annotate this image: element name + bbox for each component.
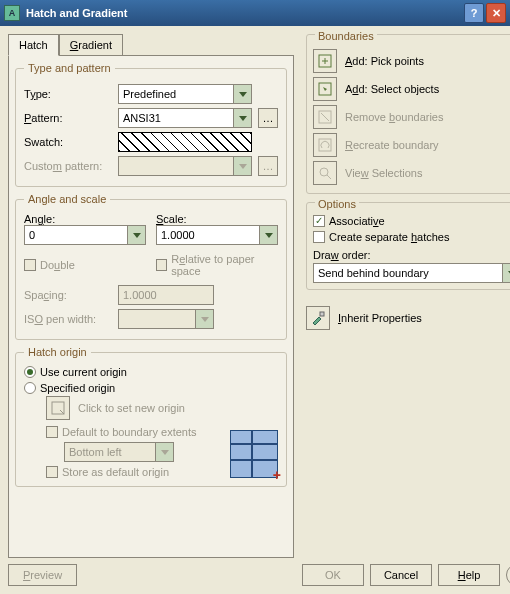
inherit-properties-button[interactable]: Inherit Properties [306, 304, 510, 332]
label-double: Double [40, 259, 75, 271]
checkbox-icon [313, 215, 325, 227]
remove-boundaries-icon [313, 105, 337, 129]
radio-icon [24, 366, 36, 378]
recreate-boundary-button: Recreate boundary [313, 131, 510, 159]
check-relative: Relative to paper space [156, 253, 278, 277]
group-angle-scale: Angle and scale Angle: 0 Scale: 1.0000 [15, 193, 287, 340]
pattern-browse-button[interactable]: … [258, 108, 278, 128]
cancel-button[interactable]: Cancel [370, 564, 432, 586]
legend-type-pattern: Type and pattern [24, 62, 115, 74]
combo-origin-corner-value: Bottom left [65, 446, 155, 458]
chevron-down-icon [502, 264, 510, 282]
label-use-current-origin: Use current origin [40, 366, 127, 378]
label-specified-origin: Specified origin [40, 382, 115, 394]
label-click-set-origin: Click to set new origin [78, 402, 185, 414]
check-associative[interactable]: Associative [313, 215, 510, 227]
svg-point-8 [320, 168, 328, 176]
label-type: Type: [24, 88, 112, 100]
app-icon: A [4, 5, 20, 21]
combo-draw-order[interactable]: Send behind boundary [313, 263, 510, 283]
legend-angle-scale: Angle and scale [24, 193, 110, 205]
combo-iso-pen [118, 309, 214, 329]
checkbox-icon [46, 426, 58, 438]
label-recreate-boundary: Recreate boundary [345, 139, 439, 151]
origin-preview-icon [230, 430, 278, 478]
svg-line-9 [327, 175, 331, 179]
combo-type[interactable]: Predefined [118, 84, 252, 104]
svg-rect-10 [320, 312, 324, 316]
chevron-down-icon [127, 226, 145, 244]
preview-button-label: Preview [23, 569, 62, 581]
label-custom-pattern: Custom pattern: [24, 160, 112, 172]
label-associative: Associative [329, 215, 385, 227]
label-default-extents: Default to boundary extents [62, 426, 197, 438]
heading-options: Options [315, 198, 359, 210]
ok-button-label: OK [325, 569, 341, 581]
close-window-button[interactable]: ✕ [486, 3, 506, 23]
chevron-down-icon [233, 85, 251, 103]
label-iso-pen: ISO pen width: [24, 313, 112, 325]
label-view-selections: View Selections [345, 167, 422, 179]
checkbox-icon [46, 466, 58, 478]
pick-origin-icon [46, 396, 70, 420]
chevron-down-icon [259, 226, 277, 244]
check-double: Double [24, 253, 146, 277]
expand-dialog-button[interactable] [506, 564, 510, 586]
checkbox-icon [156, 259, 167, 271]
combo-draw-order-value: Send behind boundary [314, 267, 502, 279]
check-separate-hatches[interactable]: Create separate hatches [313, 231, 510, 243]
add-pick-points-button[interactable]: Add: Pick points [313, 47, 510, 75]
label-scale: Scale: [156, 213, 278, 225]
help-button[interactable]: Help [438, 564, 500, 586]
help-window-button[interactable]: ? [464, 3, 484, 23]
add-select-objects-button[interactable]: Add: Select objects [313, 75, 510, 103]
check-default-extents: Default to boundary extents [46, 426, 220, 438]
label-remove-boundaries: Remove boundaries [345, 111, 443, 123]
label-select-objects: Add: Select objects [345, 83, 439, 95]
radio-specified-origin[interactable]: Specified origin [24, 382, 278, 394]
chevron-down-icon [195, 310, 213, 328]
remove-boundaries-button: Remove boundaries [313, 103, 510, 131]
view-selections-icon [313, 161, 337, 185]
label-relative: Relative to paper space [171, 253, 278, 277]
view-selections-button: View Selections [313, 159, 510, 187]
input-spacing: 1.0000 [118, 285, 214, 305]
check-store-default-origin: Store as default origin [46, 466, 220, 478]
combo-angle[interactable]: 0 [24, 225, 146, 245]
chevron-down-icon [233, 157, 251, 175]
chevron-down-icon [233, 109, 251, 127]
combo-scale-value: 1.0000 [157, 229, 259, 241]
inherit-properties-icon [306, 306, 330, 330]
legend-hatch-origin: Hatch origin [24, 346, 91, 358]
preview-button: Preview [8, 564, 77, 586]
help-button-label: Help [458, 569, 481, 581]
recreate-boundary-icon [313, 133, 337, 157]
ok-button: OK [302, 564, 364, 586]
tab-gradient[interactable]: Gradient [59, 34, 123, 56]
label-swatch: Swatch: [24, 136, 112, 148]
label-inherit-properties: Inherit Properties [338, 312, 422, 324]
label-angle: Angle: [24, 213, 146, 225]
label-store-default-origin: Store as default origin [62, 466, 169, 478]
radio-use-current-origin[interactable]: Use current origin [24, 366, 278, 378]
checkbox-icon [313, 231, 325, 243]
combo-pattern[interactable]: ANSI31 [118, 108, 252, 128]
swatch-preview[interactable] [118, 132, 252, 152]
group-options: Options Associative Create separate hatc… [306, 202, 510, 290]
combo-origin-corner: Bottom left [64, 442, 174, 462]
combo-scale[interactable]: 1.0000 [156, 225, 278, 245]
chevron-down-icon [155, 443, 173, 461]
label-spacing: Spacing: [24, 289, 112, 301]
heading-boundaries: Boundaries [315, 30, 377, 42]
label-pick-points: Add: Pick points [345, 55, 424, 67]
group-hatch-origin: Hatch origin Use current origin Specifie… [15, 346, 287, 487]
radio-icon [24, 382, 36, 394]
tab-hatch[interactable]: Hatch [8, 34, 59, 56]
combo-type-value: Predefined [119, 88, 233, 100]
svg-line-6 [321, 113, 329, 121]
title-bar: A Hatch and Gradient ? ✕ [0, 0, 510, 26]
label-pattern: Pattern: [24, 112, 112, 124]
checkbox-icon [24, 259, 36, 271]
window-title: Hatch and Gradient [26, 7, 462, 19]
custom-browse-button: … [258, 156, 278, 176]
